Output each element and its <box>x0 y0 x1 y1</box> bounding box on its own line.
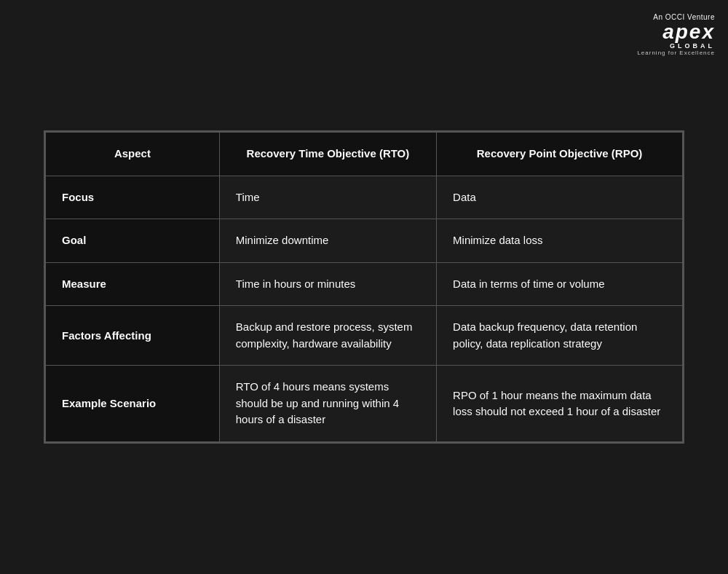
table-row: Example ScenarioRTO of 4 hours means sys… <box>46 366 683 442</box>
logo: An OCCI Venture apex GLOBAL Learning for… <box>637 13 715 56</box>
rto-rpo-table: Aspect Recovery Time Objective (RTO) Rec… <box>45 132 683 442</box>
row-4-aspect: Example Scenario <box>46 366 220 442</box>
table-row: MeasureTime in hours or minutesData in t… <box>46 262 683 306</box>
logo-sub: GLOBAL <box>670 42 715 50</box>
table-row: FocusTimeData <box>46 176 683 219</box>
logo-name: apex <box>662 22 715 42</box>
table-wrapper: Aspect Recovery Time Objective (RTO) Rec… <box>44 130 684 444</box>
table-header-row: Aspect Recovery Time Objective (RTO) Rec… <box>46 133 683 176</box>
row-4-rpo: RPO of 1 hour means the maximum data los… <box>437 366 683 442</box>
table-row: Factors AffectingBackup and restore proc… <box>46 306 683 366</box>
row-1-aspect: Goal <box>46 219 220 263</box>
row-3-rpo: Data backup frequency, data retention po… <box>437 306 683 366</box>
row-0-rto: Time <box>219 176 436 219</box>
comparison-table-container: Aspect Recovery Time Objective (RTO) Rec… <box>44 130 684 444</box>
row-2-aspect: Measure <box>46 262 220 306</box>
logo-tagline: Learning for Excellence <box>637 50 715 56</box>
row-2-rpo: Data in terms of time or volume <box>437 262 683 306</box>
row-3-aspect: Factors Affecting <box>46 306 220 366</box>
row-4-rto: RTO of 4 hours means systems should be u… <box>219 366 436 442</box>
row-1-rto: Minimize downtime <box>219 219 436 263</box>
header-rpo: Recovery Point Objective (RPO) <box>437 133 683 176</box>
header-aspect: Aspect <box>46 133 220 176</box>
row-0-rpo: Data <box>437 176 683 219</box>
row-3-rto: Backup and restore process, system compl… <box>219 306 436 366</box>
row-1-rpo: Minimize data loss <box>437 219 683 263</box>
row-0-aspect: Focus <box>46 176 220 219</box>
header-rto: Recovery Time Objective (RTO) <box>219 133 436 176</box>
table-row: GoalMinimize downtimeMinimize data loss <box>46 219 683 263</box>
row-2-rto: Time in hours or minutes <box>219 262 436 306</box>
